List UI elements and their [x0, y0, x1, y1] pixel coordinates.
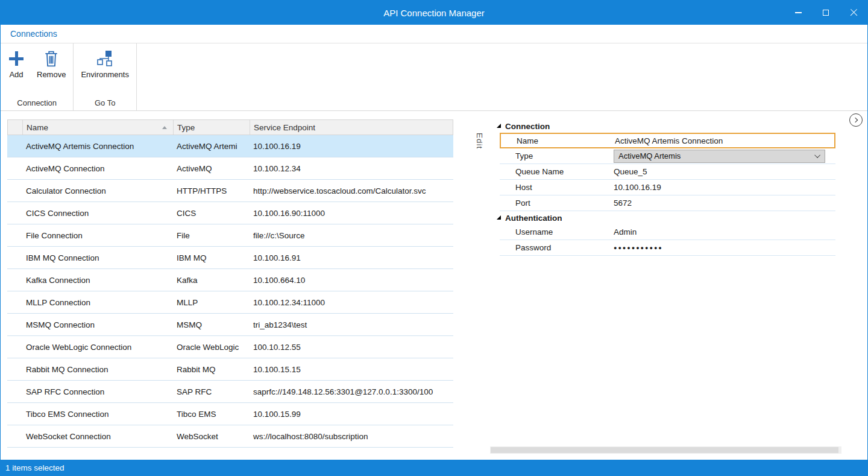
- name-field[interactable]: ActiveMQ Artemis Connection: [615, 136, 834, 145]
- tab-edit[interactable]: Edit: [475, 133, 484, 149]
- statusbar: 1 items selected: [1, 460, 867, 475]
- cell-endpoint: tri_ab1234\test: [250, 320, 453, 329]
- cell-name: Rabbit MQ Connection: [22, 365, 173, 374]
- cell-type: IBM MQ: [173, 253, 250, 262]
- ribbon: Add Remove Connection: [1, 43, 867, 111]
- group-buttons: Add Remove: [2, 46, 72, 80]
- cell-name: ActiveMQ Artemis Connection: [22, 142, 173, 151]
- column-label: Type: [177, 123, 195, 132]
- table-row[interactable]: MSMQ Connection MSMQ tri_ab1234\test: [7, 314, 453, 336]
- table-row[interactable]: Kafka Connection Kafka 10.100.664.10: [7, 269, 453, 291]
- cell-name: ActiveMQ Connection: [22, 164, 173, 173]
- plus-icon: [8, 50, 25, 67]
- environments-button[interactable]: Environments: [75, 46, 134, 80]
- collapse-triangle-icon: [497, 215, 501, 220]
- prop-row-port[interactable]: Port 5672: [500, 195, 835, 211]
- trash-icon: [43, 50, 59, 67]
- table-row[interactable]: WebSocket Connection WebSocket ws://loca…: [7, 425, 453, 448]
- column-label: Service Endpoint: [254, 123, 315, 132]
- cell-type: File: [173, 231, 250, 240]
- table-row[interactable]: MLLP Connection MLLP 10.100.12.34:11000: [7, 291, 453, 314]
- prop-row-host[interactable]: Host 10.100.16.19: [500, 180, 835, 195]
- cell-name: IBM MQ Connection: [22, 253, 173, 262]
- cell-name: Tibco EMS Connection: [22, 410, 173, 419]
- column-header-endpoint[interactable]: Service Endpoint: [250, 120, 453, 135]
- cell-endpoint: 10.100.12.34:11000: [250, 298, 453, 307]
- queue-name-field[interactable]: Queue_5: [614, 167, 835, 176]
- table-row[interactable]: ActiveMQ Connection ActiveMQ 10.100.12.3…: [7, 157, 453, 180]
- table-row[interactable]: Calculator Connection HTTP/HTTPS http://…: [7, 180, 453, 202]
- cell-name: WebSocket Connection: [22, 432, 173, 441]
- table-header: Name Type Service Endpoint: [7, 119, 453, 135]
- password-field[interactable]: ●●●●●●●●●●●: [614, 245, 835, 251]
- host-field[interactable]: 10.100.16.19: [614, 183, 835, 192]
- username-field[interactable]: Admin: [614, 227, 835, 236]
- cell-type: Kafka: [173, 276, 250, 285]
- prop-row-queue-name[interactable]: Queue Name Queue_5: [500, 164, 835, 180]
- type-dropdown[interactable]: ActiveMQ Artemis: [614, 150, 825, 163]
- dropdown-selected-value: ActiveMQ Artemis: [618, 151, 681, 160]
- add-button[interactable]: Add: [2, 46, 31, 80]
- cell-endpoint: file://c:\Source: [250, 231, 453, 240]
- table-row[interactable]: Rabbit MQ Connection Rabbit MQ 10.100.15…: [7, 358, 453, 381]
- cell-name: SAP RFC Connection: [22, 387, 173, 396]
- cell-endpoint: 10.100.15.99: [250, 410, 453, 419]
- prop-row-password[interactable]: Password ●●●●●●●●●●●: [500, 240, 835, 256]
- menu-tab-connections[interactable]: Connections: [10, 29, 57, 39]
- cell-type: SAP RFC: [173, 387, 250, 396]
- environments-button-label: Environments: [81, 70, 128, 79]
- maximize-icon: [823, 10, 829, 16]
- table-row[interactable]: File Connection File file://c:\Source: [7, 224, 453, 247]
- table-row[interactable]: IBM MQ Connection IBM MQ 10.100.16.91: [7, 247, 453, 269]
- table-row[interactable]: CICS Connection CICS 10.100.16.90:11000: [7, 202, 453, 224]
- horizontal-scrollbar[interactable]: [490, 446, 841, 454]
- edit-panel: Edit Connection Name ActiveMQ Artemis Co…: [453, 111, 867, 460]
- cell-name: Kafka Connection: [22, 276, 173, 285]
- cell-type: Oracle WebLogic: [173, 343, 250, 352]
- cell-endpoint: 10.100.15.15: [250, 365, 453, 374]
- group-header-authentication[interactable]: Authentication: [490, 211, 841, 224]
- cell-endpoint: 10.100.16.19: [250, 142, 453, 151]
- cell-name: Calculator Connection: [22, 186, 173, 195]
- minimize-button[interactable]: [784, 1, 812, 25]
- cell-name: Oracle WebLogic Connection: [22, 343, 173, 352]
- selection-status: 1 items selected: [5, 463, 64, 472]
- group-header-connection[interactable]: Connection: [490, 119, 841, 133]
- remove-button[interactable]: Remove: [31, 46, 72, 80]
- remove-button-label: Remove: [37, 70, 66, 79]
- prop-row-username[interactable]: Username Admin: [500, 224, 835, 240]
- chevron-right-icon: [853, 118, 858, 122]
- column-header-name[interactable]: Name: [23, 120, 174, 135]
- column-header-type[interactable]: Type: [174, 120, 250, 135]
- environments-icon: [96, 49, 114, 68]
- prop-row-name[interactable]: Name ActiveMQ Artemis Connection: [500, 133, 835, 148]
- table-row[interactable]: Oracle WebLogic Connection Oracle WebLog…: [7, 336, 453, 358]
- panel-expander-button[interactable]: [849, 113, 863, 127]
- property-grid: Connection Name ActiveMQ Artemis Connect…: [490, 119, 841, 256]
- port-field[interactable]: 5672: [614, 198, 835, 208]
- scrollbar-thumb[interactable]: [491, 447, 838, 453]
- cell-name: MSMQ Connection: [22, 320, 173, 329]
- cell-endpoint: saprfc://149.148.12.56:3301@127.0.0.1:33…: [250, 387, 453, 396]
- titlebar[interactable]: API Connection Manager: [1, 1, 867, 25]
- table-row[interactable]: ActiveMQ Artemis Connection ActiveMQ Art…: [7, 135, 453, 157]
- table-row[interactable]: Tibco EMS Connection Tibco EMS 10.100.15…: [7, 403, 453, 425]
- minimize-icon: [795, 12, 802, 13]
- connections-table: Name Type Service Endpoint ActiveMQ Arte…: [7, 119, 453, 460]
- prop-label: Port: [500, 198, 614, 208]
- collapse-triangle-icon: [497, 124, 501, 128]
- chevron-down-icon: [814, 152, 820, 158]
- add-button-label: Add: [9, 70, 23, 79]
- app-window: API Connection Manager Connections Add: [0, 0, 868, 476]
- cell-endpoint: 10.100.12.34: [250, 164, 453, 173]
- cell-type: MSMQ: [173, 320, 250, 329]
- prop-label: Host: [500, 183, 614, 192]
- ribbon-group-goto: Environments Go To: [74, 43, 136, 110]
- window-controls: [784, 1, 867, 25]
- maximize-button[interactable]: [812, 1, 840, 25]
- close-button[interactable]: [840, 1, 867, 25]
- cell-type: CICS: [173, 209, 250, 218]
- cell-type: ActiveMQ: [173, 164, 250, 173]
- cell-name: File Connection: [22, 231, 173, 240]
- table-row[interactable]: SAP RFC Connection SAP RFC saprfc://149.…: [7, 381, 453, 403]
